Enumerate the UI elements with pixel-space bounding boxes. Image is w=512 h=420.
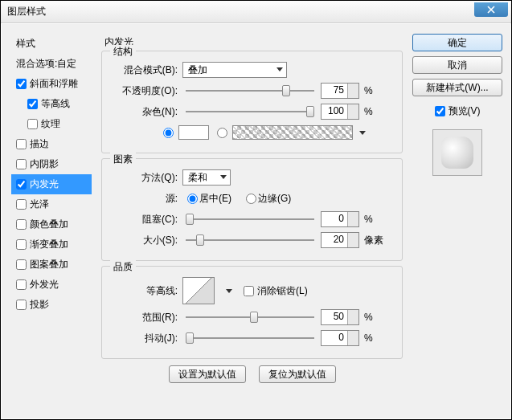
range-slider[interactable] xyxy=(186,315,314,320)
group-elements: 图素 方法(Q): 柔和 源: 居中(E) 边缘(G) 阻塞(C): xyxy=(101,158,403,261)
size-unit: 像素 xyxy=(364,234,383,247)
sidebar-item-checkbox[interactable] xyxy=(27,99,38,109)
sidebar-item-7[interactable]: 颜色叠加 xyxy=(11,214,92,234)
technique-select[interactable]: 柔和 xyxy=(182,169,231,186)
sidebar-blend-options[interactable]: 混合选项:自定 xyxy=(11,54,92,74)
source-center-radio[interactable] xyxy=(187,194,198,204)
jitter-slider[interactable] xyxy=(186,336,314,340)
opacity-input[interactable]: 75 xyxy=(321,83,359,99)
sidebar-item-checkbox[interactable] xyxy=(16,239,27,250)
sidebar-item-label: 内阴影 xyxy=(30,157,59,171)
panel-title: 内发光 xyxy=(98,34,406,51)
opacity-label: 不透明度(O): xyxy=(110,84,182,98)
sidebar-item-checkbox[interactable] xyxy=(27,119,38,129)
close-button[interactable] xyxy=(474,2,508,17)
group-quality-legend: 品质 xyxy=(110,260,136,274)
sidebar-item-label: 渐变叠加 xyxy=(30,238,68,251)
contour-label: 等高线: xyxy=(110,284,182,298)
source-label: 源: xyxy=(110,192,182,206)
blend-mode-select[interactable]: 叠加 xyxy=(182,62,287,78)
close-icon xyxy=(487,6,495,14)
sidebar-item-label: 颜色叠加 xyxy=(30,218,68,231)
sidebar-item-checkbox[interactable] xyxy=(16,79,27,89)
sidebar-item-4[interactable]: 内阴影 xyxy=(11,154,92,174)
size-slider[interactable] xyxy=(186,238,314,243)
glow-gradient-bar[interactable] xyxy=(232,125,353,140)
ok-button[interactable]: 确定 xyxy=(412,34,502,51)
group-elements-legend: 图素 xyxy=(110,153,136,166)
sidebar-item-checkbox[interactable] xyxy=(16,300,27,310)
choke-label: 阻塞(C): xyxy=(110,213,182,226)
jitter-label: 抖动(J): xyxy=(110,332,182,345)
sidebar-item-checkbox[interactable] xyxy=(16,279,27,290)
sidebar-item-checkbox[interactable] xyxy=(16,259,27,270)
sidebar-item-5[interactable]: 内发光 xyxy=(11,174,92,194)
settings-panel: 内发光 结构 混合模式(B): 叠加 不透明度(O): 75 % xyxy=(98,34,406,402)
blend-mode-label: 混合模式(B): xyxy=(110,63,182,77)
actions-panel: 确定 取消 新建样式(W)... 预览(V) xyxy=(412,34,502,402)
sidebar-item-8[interactable]: 渐变叠加 xyxy=(11,234,92,255)
source-edge-label: 边缘(G) xyxy=(258,192,291,206)
range-input[interactable]: 50 xyxy=(321,309,359,325)
sidebar-item-label: 等高线 xyxy=(41,97,70,111)
range-label: 范围(R): xyxy=(110,311,182,324)
sidebar-item-label: 描边 xyxy=(30,137,49,151)
cancel-button[interactable]: 取消 xyxy=(412,56,502,74)
sidebar-item-checkbox[interactable] xyxy=(16,179,27,190)
layer-style-dialog: 图层样式 样式 混合选项:自定 斜面和浮雕等高线纹理描边内阴影内发光光泽颜色叠加… xyxy=(0,0,512,420)
make-default-button[interactable]: 设置为默认值 xyxy=(169,365,246,383)
styles-sidebar: 样式 混合选项:自定 斜面和浮雕等高线纹理描边内阴影内发光光泽颜色叠加渐变叠加图… xyxy=(11,34,92,402)
sidebar-item-10[interactable]: 外发光 xyxy=(11,275,92,295)
noise-slider[interactable] xyxy=(186,109,314,114)
opacity-slider[interactable] xyxy=(186,88,314,93)
noise-label: 杂色(N): xyxy=(110,105,182,119)
titlebar: 图层样式 xyxy=(1,1,511,23)
sidebar-item-9[interactable]: 图案叠加 xyxy=(11,255,92,275)
antialias-checkbox[interactable]: 消除锯齿(L) xyxy=(244,284,308,298)
preview-checkbox[interactable]: 预览(V) xyxy=(412,104,502,118)
sidebar-item-checkbox[interactable] xyxy=(16,199,27,210)
new-style-button[interactable]: 新建样式(W)... xyxy=(412,79,502,96)
sidebar-item-6[interactable]: 光泽 xyxy=(11,194,92,214)
choke-unit: % xyxy=(364,214,373,225)
size-input[interactable]: 20 xyxy=(321,232,359,248)
sidebar-item-2[interactable]: 纹理 xyxy=(11,114,92,134)
group-structure-legend: 结构 xyxy=(110,45,136,59)
size-label: 大小(S): xyxy=(110,234,182,247)
contour-picker[interactable] xyxy=(182,277,215,304)
sidebar-item-label: 图案叠加 xyxy=(30,258,68,271)
choke-slider[interactable] xyxy=(186,217,314,222)
sidebar-item-checkbox[interactable] xyxy=(16,139,27,149)
glow-color-swatch[interactable] xyxy=(178,125,209,140)
chevron-down-icon xyxy=(220,175,227,179)
sidebar-header: 样式 xyxy=(11,34,92,54)
noise-unit: % xyxy=(364,106,373,117)
sidebar-item-label: 外发光 xyxy=(30,278,59,292)
technique-label: 方法(Q): xyxy=(110,171,182,185)
sidebar-item-3[interactable]: 描边 xyxy=(11,134,92,154)
source-center-label: 居中(E) xyxy=(199,192,231,206)
chevron-down-icon[interactable] xyxy=(226,289,232,293)
chevron-down-icon[interactable] xyxy=(359,131,366,135)
sidebar-item-label: 投影 xyxy=(30,298,49,312)
glow-gradient-radio[interactable] xyxy=(217,128,227,138)
source-edge-radio[interactable] xyxy=(246,194,256,204)
group-structure: 结构 混合模式(B): 叠加 不透明度(O): 75 % 杂色(N): xyxy=(101,51,403,153)
chevron-down-icon xyxy=(276,67,283,71)
noise-input[interactable]: 100 xyxy=(321,104,359,120)
sidebar-item-label: 光泽 xyxy=(30,198,49,211)
reset-default-button[interactable]: 复位为默认值 xyxy=(259,365,336,383)
sidebar-item-checkbox[interactable] xyxy=(16,219,27,230)
choke-input[interactable]: 0 xyxy=(321,211,359,227)
glow-color-radio[interactable] xyxy=(163,128,174,138)
sidebar-item-checkbox[interactable] xyxy=(16,159,27,169)
sidebar-item-label: 斜面和浮雕 xyxy=(30,77,78,91)
sidebar-item-11[interactable]: 投影 xyxy=(11,295,92,315)
sidebar-item-1[interactable]: 等高线 xyxy=(11,94,92,114)
sidebar-item-0[interactable]: 斜面和浮雕 xyxy=(11,74,92,94)
preview-thumbnail xyxy=(432,129,482,176)
group-quality: 品质 等高线: 消除锯齿(L) 范围(R): 50 % xyxy=(101,266,403,359)
sidebar-item-label: 纹理 xyxy=(41,117,60,131)
opacity-unit: % xyxy=(364,85,373,96)
jitter-input[interactable]: 0 xyxy=(321,330,359,346)
